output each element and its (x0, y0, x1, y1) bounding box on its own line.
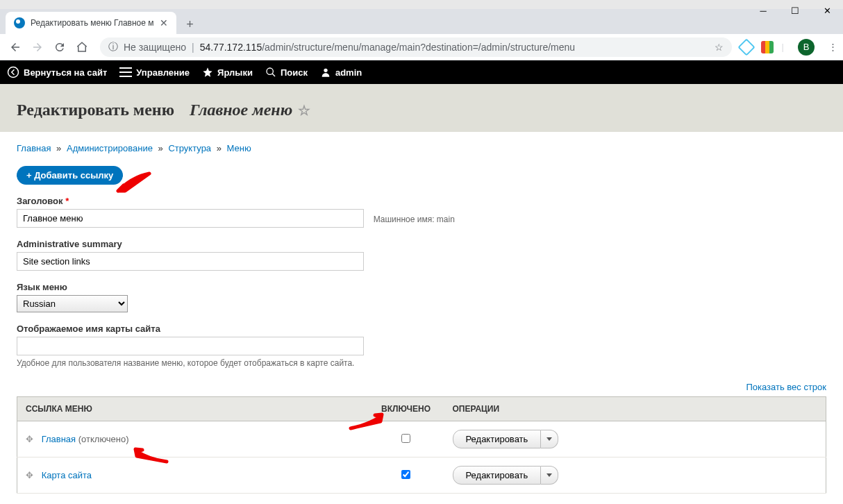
home-button[interactable] (72, 37, 92, 57)
shortcuts-link[interactable]: Ярлыки (202, 67, 253, 78)
tab-title: Редактировать меню Главное м (31, 18, 154, 28)
drag-handle-icon[interactable]: ✥ (26, 470, 33, 480)
edit-button[interactable]: Редактировать (453, 466, 542, 485)
menu-link[interactable]: Главная (42, 434, 76, 444)
enabled-checkbox[interactable] (401, 434, 410, 443)
ops-dropdown-toggle[interactable] (541, 430, 558, 448)
drupal-favicon-icon (14, 17, 25, 28)
drag-handle-icon[interactable]: ✥ (26, 434, 33, 444)
admin-toolbar: Вернуться на сайт Управление Ярлыки Поис… (0, 60, 843, 84)
menu-links-table: ССЫЛКА МЕНЮ ВКЛЮЧЕНО ОПЕРАЦИИ ✥ Главная … (17, 396, 826, 494)
user-link[interactable]: admin (320, 67, 362, 78)
summary-label: Administrative summary (17, 239, 826, 249)
breadcrumb-structure[interactable]: Структура (168, 143, 211, 153)
user-icon (320, 67, 331, 78)
enabled-checkbox[interactable] (401, 470, 410, 479)
back-button[interactable] (6, 37, 25, 57)
title-input[interactable] (17, 209, 364, 228)
menu-link[interactable]: Карта сайта (42, 470, 92, 480)
svg-rect-3 (119, 76, 132, 77)
svg-point-0 (8, 67, 19, 78)
show-weights-wrapper: Показать вес строк (17, 382, 826, 392)
window-close[interactable]: ✕ (811, 0, 843, 21)
title-field-wrapper: Заголовок * Машинное имя: main (17, 196, 826, 228)
svg-line-5 (272, 74, 275, 76)
title-label: Заголовок * (17, 196, 826, 206)
window-maximize[interactable]: ☐ (779, 0, 811, 21)
reload-button[interactable] (50, 37, 69, 57)
summary-input[interactable] (17, 252, 364, 271)
search-icon (265, 67, 276, 78)
col-link-header: ССЫЛКА МЕНЮ (17, 397, 368, 421)
address-bar[interactable]: ⓘ Не защищено | 54.77.172.115/admin/stru… (100, 37, 732, 57)
tab-close-icon[interactable]: ✕ (160, 17, 168, 28)
svg-point-4 (267, 68, 273, 74)
summary-field-wrapper: Administrative summary (17, 239, 826, 271)
manage-link[interactable]: Управление (119, 67, 190, 78)
breadcrumb: Главная » Администрирование » Структура … (17, 143, 826, 153)
bookmark-star-icon[interactable]: ☆ (715, 42, 724, 53)
table-row: ✥ Главная (отключено)Редактировать (17, 421, 826, 457)
disabled-suffix: (отключено) (78, 434, 129, 444)
chevron-left-circle-icon (7, 66, 19, 78)
col-enabled-header: ВКЛЮЧЕНО (368, 397, 444, 421)
back-to-site-link[interactable]: Вернуться на сайт (7, 66, 107, 78)
sitemap-name-label: Отображаемое имя карты сайта (17, 324, 826, 334)
star-icon (202, 67, 213, 78)
security-label: Не защищено (124, 42, 186, 53)
svg-rect-1 (119, 67, 132, 69)
chevron-down-icon (546, 437, 552, 442)
main-content: Главная » Администрирование » Структура … (0, 132, 843, 504)
sitemap-name-field-wrapper: Отображаемое имя карты сайта Удобное для… (17, 324, 826, 368)
window-controls: ─ ☐ ✕ (747, 0, 843, 21)
breadcrumb-admin[interactable]: Администрирование (67, 143, 153, 153)
ops-dropdown-toggle[interactable] (541, 466, 558, 485)
show-weights-link[interactable]: Показать вес строк (746, 382, 826, 392)
url-text: 54.77.172.115/admin/structure/menu/manag… (200, 42, 576, 53)
chrome-titlebar (0, 0, 843, 9)
browser-tab[interactable]: Редактировать меню Главное м ✕ (6, 12, 176, 34)
extension-icon-2[interactable] (761, 41, 774, 53)
window-minimize[interactable]: ─ (747, 0, 779, 21)
chevron-down-icon (546, 473, 552, 478)
svg-rect-2 (119, 72, 132, 73)
breadcrumb-menu[interactable]: Меню (227, 143, 251, 153)
page-header: Редактировать меню Главное меню ☆ (0, 84, 843, 132)
svg-point-6 (324, 69, 327, 72)
col-ops-header: ОПЕРАЦИИ (444, 397, 583, 421)
language-field-wrapper: Язык меню Russian (17, 282, 826, 312)
chrome-menu-icon[interactable]: ⋮ (828, 42, 837, 52)
search-link[interactable]: Поиск (265, 67, 308, 78)
info-icon: ⓘ (108, 41, 118, 53)
add-link-button[interactable]: + Добавить ссылку (17, 166, 123, 185)
favorite-star-icon[interactable]: ☆ (298, 102, 310, 119)
extension-icons: | В ⋮ (740, 39, 837, 56)
chrome-toolbar: ⓘ Не защищено | 54.77.172.115/admin/stru… (0, 34, 843, 60)
chrome-tabstrip: Редактировать меню Главное м ✕ + (0, 9, 843, 34)
hamburger-icon (119, 67, 132, 77)
machine-name-text: Машинное имя: main (374, 215, 455, 224)
profile-avatar[interactable]: В (798, 39, 815, 56)
sitemap-name-input[interactable] (17, 337, 364, 355)
new-tab-button[interactable]: + (181, 15, 200, 34)
extension-icon-1[interactable] (737, 38, 755, 56)
sitemap-name-description: Удобное для пользователя название меню, … (17, 358, 826, 368)
page-title: Редактировать меню Главное меню ☆ (17, 101, 826, 119)
edit-button[interactable]: Редактировать (453, 430, 542, 448)
table-row: ✥ Карта сайта Редактировать (17, 457, 826, 494)
forward-button[interactable] (28, 37, 47, 57)
language-label: Язык меню (17, 282, 826, 292)
language-select[interactable]: Russian (17, 295, 128, 312)
breadcrumb-home[interactable]: Главная (17, 143, 51, 153)
